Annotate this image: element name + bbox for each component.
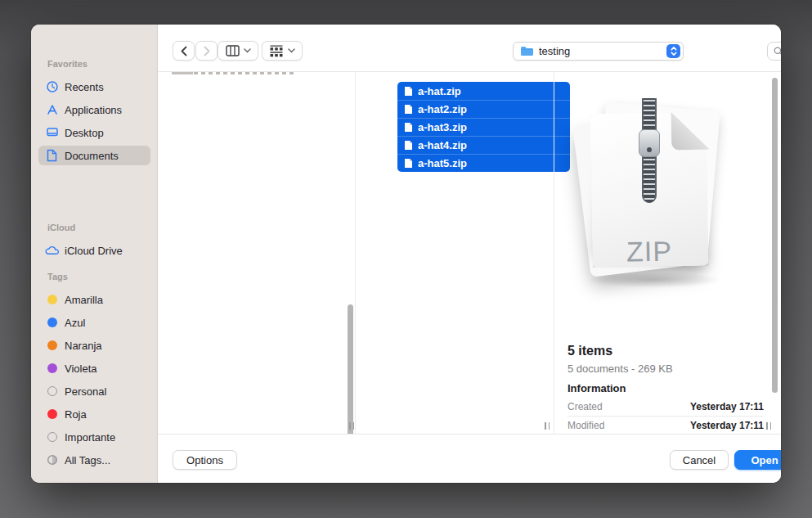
tag-color-dot [45, 339, 59, 353]
zip-badge: ZIP [591, 235, 708, 268]
column-divider [355, 72, 356, 434]
sidebar-item-applications[interactable]: Applications [38, 100, 150, 119]
columns-view-button[interactable] [218, 41, 258, 61]
sidebar-tag-roja[interactable]: Roja [38, 404, 150, 424]
preview-resize-handle[interactable] [766, 422, 773, 430]
modified-label: Modified [568, 420, 604, 434]
chevron-down-icon [288, 48, 295, 53]
column2-resize-handle[interactable] [545, 422, 551, 430]
tag-label: Roja [65, 408, 87, 421]
icloud-section-label: iCloud [47, 223, 75, 232]
file-name: a-hat5.zip [418, 157, 467, 169]
desktop-backdrop: Favorites Recents Applications Desktop [0, 0, 812, 518]
file-name: a-hat4.zip [418, 139, 467, 151]
tag-label: All Tags... [65, 454, 110, 466]
sidebar-item-recents[interactable]: Recents [38, 77, 150, 97]
tag-color-dot [45, 408, 59, 421]
file-row[interactable]: a-hat3.zip [397, 118, 570, 136]
sidebar-tag-amarilla[interactable]: Amarilla [38, 290, 150, 309]
favorites-section-label: Favorites [47, 59, 87, 69]
sidebar-tag-naranja[interactable]: Naranja [38, 336, 150, 355]
toolbar: testing [158, 25, 781, 72]
sidebar-item-icloud-drive[interactable]: iCloud Drive [38, 241, 150, 260]
tag-color-dot [45, 362, 59, 376]
file-name: a-hat2.zip [418, 103, 467, 115]
modified-value: Yesterday 17:11 [690, 420, 764, 434]
file-icon [404, 158, 413, 169]
file-name: a-hat.zip [418, 85, 461, 97]
file-row[interactable]: a-hat4.zip [397, 136, 570, 154]
zip-file-preview-icon: ZIP [554, 90, 742, 303]
created-value: Yesterday 17:11 [690, 401, 764, 415]
sidebar-item-label: Documents [65, 150, 119, 162]
columns-view-icon [226, 45, 240, 56]
chevron-left-icon [180, 46, 188, 56]
forward-button[interactable] [195, 41, 218, 61]
file-icon [404, 86, 413, 97]
file-row[interactable]: a-hat2.zip [397, 100, 570, 118]
tag-label: Azul [65, 317, 85, 329]
preview-title: 5 items [568, 344, 612, 358]
sidebar-item-label: Desktop [65, 127, 104, 139]
sidebar-item-label: Applications [65, 104, 122, 116]
back-button[interactable] [173, 41, 195, 61]
tag-label: Violeta [65, 363, 97, 375]
file-name: a-hat3.zip [418, 121, 467, 133]
file-row[interactable]: a-hat5.zip [397, 154, 570, 172]
desktop-icon [45, 126, 59, 140]
sidebar-item-desktop[interactable]: Desktop [38, 123, 150, 142]
location-popup-button[interactable]: testing [513, 42, 684, 61]
page-fold [671, 112, 710, 151]
created-label: Created [568, 401, 603, 415]
file-icon [404, 140, 413, 151]
tag-color-dot [45, 316, 59, 330]
sidebar-item-documents[interactable]: Documents [38, 146, 150, 165]
tag-label: Naranja [65, 340, 102, 352]
sidebar-item-label: iCloud Drive [65, 245, 123, 257]
tag-label: Importante [65, 431, 115, 444]
sidebar-tag-violeta[interactable]: Violeta [38, 358, 150, 378]
cloud-icon [45, 244, 59, 258]
popup-stepper-icon [666, 44, 680, 58]
zipper-slider-icon [639, 129, 660, 157]
all-tags-icon [45, 453, 59, 467]
search-field[interactable] [767, 42, 781, 61]
created-row: Created Yesterday 17:11 [568, 401, 764, 415]
column1-resize-handle[interactable] [349, 422, 356, 430]
options-button-label: Options [186, 454, 223, 466]
preview-scrollbar-thumb[interactable] [772, 78, 778, 393]
clipped-file-row-lead [172, 72, 193, 74]
cancel-button-label: Cancel [683, 454, 716, 466]
sidebar: Favorites Recents Applications Desktop [31, 25, 158, 483]
sidebar-tag-importante[interactable]: Importante [38, 427, 150, 447]
file-row[interactable]: a-hat.zip [397, 82, 570, 100]
file-browser-columns: a-hat.zip a-hat2.zip a-hat3.zip a-hat4.z… [158, 72, 781, 434]
tags-section-label: Tags [47, 272, 68, 282]
sidebar-item-label: Recents [65, 81, 104, 93]
sidebar-item-all-tags[interactable]: All Tags... [38, 450, 150, 470]
tag-color-dot [45, 430, 59, 444]
document-icon [45, 149, 59, 163]
group-view-button[interactable] [262, 41, 303, 61]
cancel-button[interactable]: Cancel [670, 450, 729, 470]
file-icon [404, 122, 413, 133]
tag-label: Personal [65, 385, 106, 398]
file-list: a-hat.zip a-hat2.zip a-hat3.zip a-hat4.z… [397, 82, 570, 172]
clock-icon [45, 80, 59, 94]
sidebar-tag-personal[interactable]: Personal [38, 381, 150, 401]
folder-icon [520, 46, 534, 56]
dialog-footer: Options Cancel Open [158, 434, 781, 483]
open-file-dialog: Favorites Recents Applications Desktop [31, 25, 781, 483]
tag-color-dot [45, 385, 59, 399]
chevron-right-icon [203, 46, 211, 56]
chevron-down-icon [244, 48, 251, 53]
modified-row: Modified Yesterday 17:11 [568, 420, 764, 434]
open-button[interactable]: Open [734, 450, 781, 470]
location-label: testing [539, 45, 662, 57]
options-button[interactable]: Options [173, 450, 237, 470]
tag-label: Amarilla [65, 294, 103, 306]
file-icon [404, 104, 413, 115]
sidebar-tag-azul[interactable]: Azul [38, 313, 150, 332]
tag-color-dot [45, 293, 59, 307]
preview-subtitle: 5 documents - 269 KB [568, 363, 673, 375]
